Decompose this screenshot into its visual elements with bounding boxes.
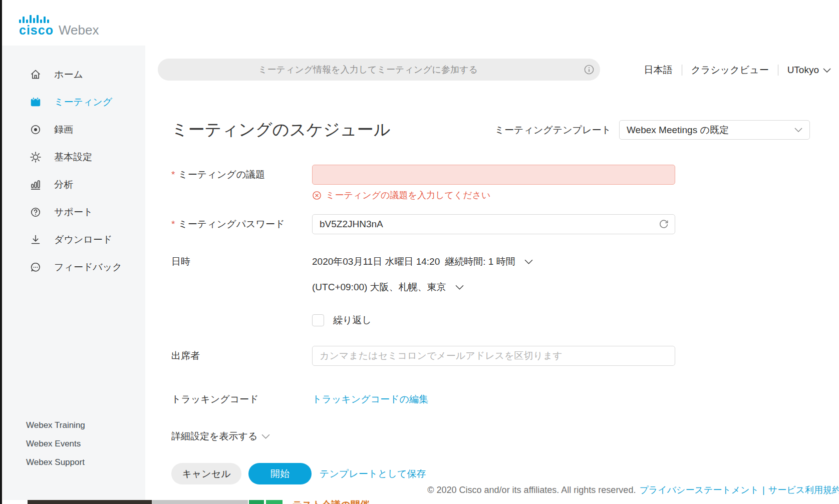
webex-wordmark: Webex [59,24,99,37]
link-webex-training[interactable]: Webex Training [26,416,85,434]
language-link[interactable]: 日本語 [644,64,673,77]
timezone-trigger[interactable]: (UTC+09:00) 大阪、札幌、東京 [312,281,533,294]
datetime-label: 日時 [171,255,312,268]
password-input[interactable] [312,214,675,234]
refresh-password-icon[interactable] [658,218,669,231]
meeting-template-label: ミーティングテンプレート [495,124,611,137]
home-icon [28,68,43,81]
copyright-text: © 2020 Cisco and/or its affiliates. All … [427,485,636,495]
background-thumbnail [28,500,152,504]
meeting-template-value: Webex Meetings の既定 [627,124,794,137]
join-meeting-search-pill [158,59,600,81]
edit-tracking-code-link[interactable]: トラッキングコードの編集 [312,393,428,406]
datetime-value: 2020年03月11日 水曜日 14:20 [312,255,440,268]
page-title: ミーティングのスケジュール [171,119,391,141]
sidebar: ホーム ミーティング 録画 [2,46,145,504]
privacy-statement-link[interactable]: プライバシーステートメント [639,484,759,496]
datetime-duration-trigger[interactable]: 2020年03月11日 水曜日 14:20 継続時間: 1 時間 [312,255,533,268]
download-icon [28,233,43,246]
sidebar-item-recordings[interactable]: 録画 [2,116,145,143]
start-button[interactable]: 開始 [248,463,312,484]
schedule-form: *ミーティングの議題 ミーティングの議題を入力してください *ミーティングパスワ… [171,165,810,484]
meetings-calendar-icon [28,96,43,109]
topic-row: *ミーティングの議題 [171,165,810,185]
recurrence-checkbox[interactable] [312,314,324,326]
footer: © 2020 Cisco and/or its affiliates. All … [427,484,839,496]
chevron-down-icon [794,128,802,132]
chevron-down-icon [455,285,464,290]
recording-icon [28,123,43,136]
sidebar-item-home[interactable]: ホーム [2,61,145,88]
topbar-separator [682,65,682,76]
sidebar-item-analytics[interactable]: 分析 [2,171,145,198]
background-partial-text: テスト会議の開催 [293,500,370,504]
sidebar-item-label: 録画 [54,123,73,136]
required-marker: * [171,169,175,180]
settings-gear-icon [28,151,43,164]
cisco-webex-logo: cisco Webex [19,10,99,37]
sidebar-footer-links: Webex Training Webex Events Webex Suppor… [26,416,85,471]
background-green-block [249,500,264,504]
chevron-down-icon [261,434,270,439]
user-menu[interactable]: UTokyo [787,65,831,76]
sidebar-item-preferences[interactable]: 基本設定 [2,143,145,171]
datetime-row: 日時 2020年03月11日 水曜日 14:20 継続時間: 1 時間 (UTC… [171,255,810,327]
sidebar-item-meetings[interactable]: ミーティング [2,88,145,116]
background-green-block [266,500,283,504]
recurrence-option: 繰り返し [312,314,533,327]
sidebar-item-label: サポート [54,206,93,219]
topbar-separator [778,65,778,76]
password-field-wrap [312,214,675,234]
link-webex-support[interactable]: Webex Support [26,453,85,471]
password-row: *ミーティングパスワード [171,214,810,234]
meeting-template-group: ミーティングテンプレート Webex Meetings の既定 [495,120,810,140]
attendees-label: 出席者 [171,349,312,362]
recurrence-label: 繰り返し [333,314,372,327]
sidebar-item-label: 分析 [54,178,73,191]
timezone-value: (UTC+09:00) 大阪、札幌、東京 [312,281,446,294]
title-row: ミーティングのスケジュール ミーティングテンプレート Webex Meeting… [171,119,810,141]
info-icon[interactable] [578,64,600,75]
save-as-template-link[interactable]: テンプレートとして保存 [320,467,426,480]
join-meeting-input[interactable] [158,64,578,76]
classic-view-link[interactable]: クラシックビュー [691,64,769,77]
bar-chart-icon [28,178,43,191]
required-marker: * [171,219,175,229]
user-name: UTokyo [787,65,819,76]
sidebar-nav: ホーム ミーティング 録画 [2,46,145,281]
tracking-row: トラッキングコード トラッキングコードの編集 [171,393,810,406]
topbar-links: 日本語 クラシックビュー UTokyo [644,64,831,77]
sidebar-item-label: ダウンロード [54,233,112,246]
action-buttons: キャンセル 開始 テンプレートとして保存 [171,463,810,484]
main-content: 日本語 クラシックビュー UTokyo ミーティングのスケジュール ミーティング… [145,46,839,504]
webex-app-window: cisco Webex ホーム ミーティ [0,0,839,504]
background-bar [152,500,248,504]
footer-link-separator: | [762,485,765,495]
header: cisco Webex [2,0,839,46]
link-webex-events[interactable]: Webex Events [26,434,85,453]
cancel-button[interactable]: キャンセル [171,463,241,484]
show-advanced-settings-toggle[interactable]: 詳細設定を表示する [171,430,810,443]
sidebar-item-label: ミーティング [54,96,112,109]
topic-label: *ミーティングの議題 [171,168,312,181]
sidebar-item-label: フィードバック [54,261,122,274]
topic-input[interactable] [312,165,675,185]
tracking-label: トラッキングコード [171,393,312,406]
topic-error-message: ミーティングの議題を入力してください [312,189,810,201]
terms-of-service-link[interactable]: サービス利用規約 [768,484,839,496]
sidebar-item-label: 基本設定 [54,151,92,164]
duration-value: 継続時間: 1 時間 [445,255,515,268]
sidebar-item-downloads[interactable]: ダウンロード [2,226,145,253]
sidebar-item-feedback[interactable]: フィードバック [2,253,145,281]
chevron-down-icon [823,68,831,73]
datetime-values: 2020年03月11日 水曜日 14:20 継続時間: 1 時間 (UTC+09… [312,255,533,327]
cisco-logo-mark: cisco [19,10,54,37]
sidebar-item-label: ホーム [54,68,83,81]
attendees-input[interactable] [312,346,675,366]
meeting-template-select[interactable]: Webex Meetings の既定 [619,120,810,140]
question-circle-icon [28,206,43,219]
cisco-wordmark: cisco [19,23,54,37]
sidebar-item-support[interactable]: サポート [2,198,145,226]
background-window-sliver: テスト会議の開催 [2,500,839,504]
password-label: *ミーティングパスワード [171,218,312,231]
